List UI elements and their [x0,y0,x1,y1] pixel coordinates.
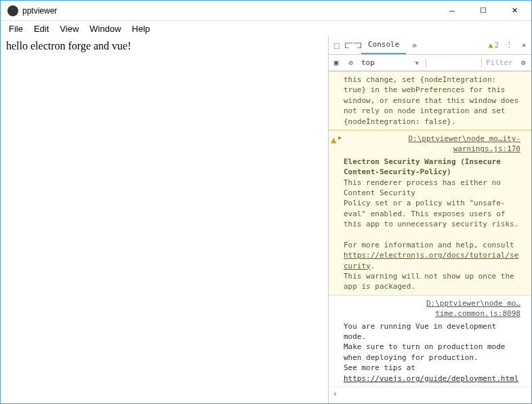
source-link[interactable]: D:\pptviewer\node mo…ity-warnings.js:170 [344,134,520,155]
source-link[interactable]: D:\pptviewer\node mo…time.common.js:8098 [344,298,520,319]
device-icon[interactable]: ⫍⫎ [345,40,361,50]
warning-title: Electron Security Warning (Insecure Cont… [344,157,501,176]
kebab-menu-icon[interactable]: ⋮ [502,41,516,49]
menu-file[interactable]: File [3,22,28,35]
warning-count[interactable]: ▲2 [486,41,502,49]
context-selector[interactable]: top▼ [359,58,426,67]
titlebar: pptviewer ─ ☐ ✕ [1,1,531,21]
menu-view[interactable]: View [54,22,84,35]
devtools-tabs: ⬚ ⫍⫎ Console » ▲2 ⋮ ✕ [329,36,531,55]
expand-icon[interactable]: ▶ [338,134,342,142]
tab-console[interactable]: Console [361,36,406,54]
console-warning: this change, set {nodeIntegration: true}… [329,71,531,130]
warning-icon: ▲ [331,134,336,147]
menubar: File Edit View Window Help [1,21,531,36]
console-prompt[interactable]: › [329,387,531,401]
minimize-button[interactable]: ─ [436,1,468,21]
page-content: hello electron forge and vue! [1,36,328,403]
window-title: pptviewer [22,6,436,16]
app-icon [7,5,18,16]
security-link[interactable]: https://electronjs.org/docs/tutorial/sec… [344,251,518,270]
menu-window[interactable]: Window [84,22,126,35]
menu-edit[interactable]: Edit [28,22,54,35]
console-log: D:\pptviewer\node mo…time.common.js:8098… [329,296,531,387]
console-output[interactable]: this change, set {nodeIntegration: true}… [329,71,531,403]
console-warning: ▲ ▶ D:\pptviewer\node mo…ity-warnings.js… [329,130,531,296]
hello-text: hello electron forge and vue! [6,40,131,52]
filter-input[interactable]: Filter [481,58,515,67]
inspect-icon[interactable]: ⬚ [329,40,345,50]
maximize-button[interactable]: ☐ [468,1,499,21]
devtools-close-icon[interactable]: ✕ [516,41,531,49]
settings-icon[interactable]: ⚙ [515,58,531,67]
sidebar-toggle-icon[interactable]: ▣ [329,58,344,67]
devtools-panel: ⬚ ⫍⫎ Console » ▲2 ⋮ ✕ ▣ ⊘ top▼ Filter ⚙ … [328,36,531,403]
menu-help[interactable]: Help [127,22,156,35]
more-tabs-icon[interactable]: » [406,40,422,50]
console-toolbar: ▣ ⊘ top▼ Filter ⚙ [329,55,531,71]
vue-link[interactable]: https://vuejs.org/guide/deployment.html [344,374,518,383]
clear-console-icon[interactable]: ⊘ [344,58,359,67]
close-button[interactable]: ✕ [499,1,530,21]
